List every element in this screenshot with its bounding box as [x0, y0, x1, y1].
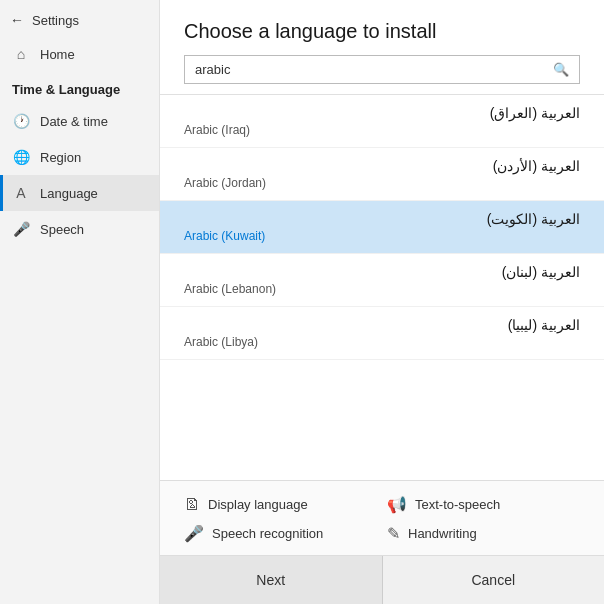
page-title: Choose a language to install: [160, 0, 604, 55]
options-panel: 🖻 Display language 📢 Text-to-speech 🎤 Sp…: [160, 480, 604, 555]
sidebar-item-home[interactable]: ⌂ Home: [0, 36, 159, 72]
options-grid: 🖻 Display language 📢 Text-to-speech 🎤 Sp…: [184, 495, 580, 543]
option-text-to-speech: 📢 Text-to-speech: [387, 495, 580, 514]
text-to-speech-icon: 📢: [387, 495, 407, 514]
lang-english: Arabic (Kuwait): [184, 229, 580, 243]
sidebar-header: ← Settings: [0, 0, 159, 36]
region-icon: 🌐: [12, 149, 30, 165]
display-language-icon: 🖻: [184, 496, 200, 514]
sidebar-item-date-time[interactable]: 🕐 Date & time: [0, 103, 159, 139]
text-to-speech-label: Text-to-speech: [415, 497, 500, 512]
back-icon[interactable]: ←: [10, 12, 24, 28]
speech-recognition-icon: 🎤: [184, 524, 204, 543]
option-display-language: 🖻 Display language: [184, 495, 377, 514]
language-search-input[interactable]: [195, 62, 553, 77]
lang-native: العربية (لبنان): [184, 264, 580, 280]
list-item[interactable]: العربية (العراق) Arabic (Iraq): [160, 95, 604, 148]
sidebar-item-region[interactable]: 🌐 Region: [0, 139, 159, 175]
display-language-label: Display language: [208, 497, 308, 512]
buttons-row: Next Cancel: [160, 555, 604, 604]
sidebar-language-label: Language: [40, 186, 98, 201]
sidebar-region-label: Region: [40, 150, 81, 165]
option-speech-recognition: 🎤 Speech recognition: [184, 524, 377, 543]
list-item[interactable]: العربية (ليبيا) Arabic (Libya): [160, 307, 604, 360]
lang-english: Arabic (Iraq): [184, 123, 580, 137]
language-search-bar[interactable]: 🔍: [184, 55, 580, 84]
speech-icon: 🎤: [12, 221, 30, 237]
date-time-icon: 🕐: [12, 113, 30, 129]
handwriting-icon: ✎: [387, 524, 400, 543]
sidebar-item-language[interactable]: A Language: [0, 175, 159, 211]
lang-english: Arabic (Lebanon): [184, 282, 580, 296]
sidebar-item-speech[interactable]: 🎤 Speech: [0, 211, 159, 247]
main-content: Choose a language to install 🔍 العربية (…: [160, 0, 604, 604]
language-icon: A: [12, 185, 30, 201]
sidebar-date-time-label: Date & time: [40, 114, 108, 129]
list-item[interactable]: العربية (الأردن) Arabic (Jordan): [160, 148, 604, 201]
list-item[interactable]: العربية (لبنان) Arabic (Lebanon): [160, 254, 604, 307]
sidebar-home-label: Home: [40, 47, 75, 62]
lang-native: العربية (الكويت): [184, 211, 580, 227]
speech-recognition-label: Speech recognition: [212, 526, 323, 541]
lang-english: Arabic (Jordan): [184, 176, 580, 190]
next-button[interactable]: Next: [160, 556, 382, 604]
sidebar-nav: ⌂ Home Time & Language 🕐 Date & time 🌐 R…: [0, 36, 159, 247]
handwriting-label: Handwriting: [408, 526, 477, 541]
lang-native: العربية (ليبيا): [184, 317, 580, 333]
settings-title: Settings: [32, 13, 79, 28]
sidebar: ← Settings ⌂ Home Time & Language 🕐 Date…: [0, 0, 160, 604]
sidebar-speech-label: Speech: [40, 222, 84, 237]
section-label: Time & Language: [0, 72, 159, 103]
lang-english: Arabic (Libya): [184, 335, 580, 349]
home-icon: ⌂: [12, 46, 30, 62]
list-item-selected[interactable]: العربية (الكويت) Arabic (Kuwait): [160, 201, 604, 254]
cancel-button[interactable]: Cancel: [382, 556, 605, 604]
search-icon: 🔍: [553, 62, 569, 77]
lang-native: العربية (الأردن): [184, 158, 580, 174]
lang-native: العربية (العراق): [184, 105, 580, 121]
language-list: العربية (العراق) Arabic (Iraq) العربية (…: [160, 94, 604, 480]
option-handwriting: ✎ Handwriting: [387, 524, 580, 543]
